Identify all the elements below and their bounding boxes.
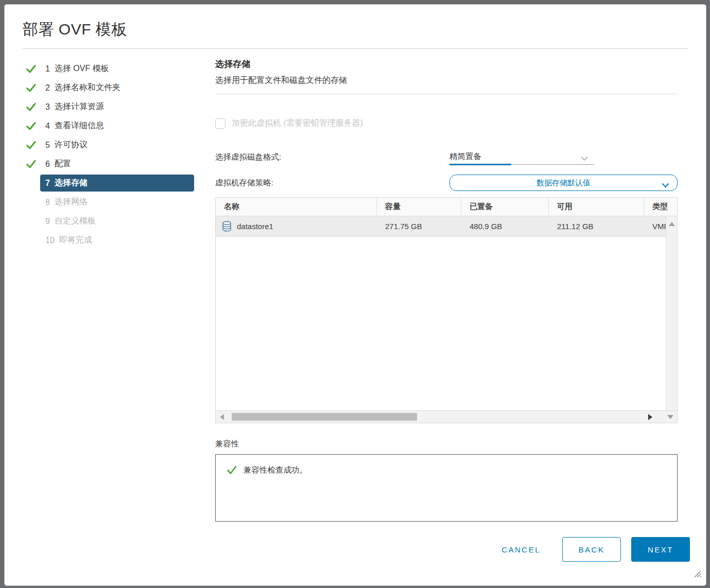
compatibility-box: 兼容性检查成功。 — [215, 454, 678, 522]
step-label: 许可协议 — [55, 140, 88, 150]
step-check-icon — [26, 140, 36, 150]
deploy-ovf-dialog: 部署 OVF 模板 1选择 OVF 模板2选择名称和文件夹3选择计算资源4查看详… — [4, 4, 706, 586]
wizard-step-4[interactable]: 4查看详细信息 — [40, 116, 194, 135]
scroll-left-icon[interactable] — [220, 414, 224, 420]
datastore-name: datastore1 — [237, 222, 273, 231]
column-header[interactable]: 已置备 — [461, 198, 549, 216]
step-label: 配置 — [55, 159, 71, 169]
scroll-right-icon[interactable] — [648, 414, 652, 420]
step-label: 即将完成 — [59, 235, 92, 246]
page-title: 选择存储 — [215, 58, 678, 70]
step-number: 9 — [45, 217, 50, 226]
wizard-step-1[interactable]: 1选择 OVF 模板 — [40, 59, 194, 78]
storage-policy-row: 虚拟机存储策略: 数据存储默认值 — [215, 175, 678, 191]
step-label: 自定义模板 — [55, 216, 96, 227]
wizard-step-2[interactable]: 2选择名称和文件夹 — [40, 78, 194, 97]
next-button[interactable]: NEXT — [631, 537, 690, 562]
step-number: 8 — [45, 198, 50, 207]
disk-format-value: 精简置备 — [449, 151, 481, 162]
dialog-title: 部署 OVF 模板 — [23, 19, 688, 40]
step-number: 1 — [45, 64, 50, 74]
step-number: 4 — [45, 122, 50, 131]
subtitle-divider — [215, 94, 678, 94]
wizard-step-10[interactable]: 10即将完成 — [40, 231, 194, 250]
resize-handle-icon[interactable] — [694, 570, 701, 580]
step-number: 6 — [45, 160, 50, 169]
datastore-icon — [222, 221, 232, 232]
disk-format-focus-bar — [449, 164, 511, 165]
compatibility-label: 兼容性 — [215, 439, 678, 449]
wizard-step-8[interactable]: 8选择网络 — [40, 193, 194, 212]
step-check-icon — [26, 102, 36, 112]
step-label: 选择存储 — [55, 178, 88, 188]
back-button[interactable]: BACK — [562, 537, 621, 562]
success-check-icon — [227, 465, 237, 477]
step-check-icon — [26, 121, 36, 131]
column-header[interactable]: 类型 — [644, 198, 677, 216]
storage-policy-select[interactable]: 数据存储默认值 — [449, 175, 678, 191]
step-check-icon — [26, 83, 36, 93]
disk-format-row: 选择虚拟磁盘格式: 精简置备 — [215, 149, 678, 165]
horizontal-scrollbar[interactable] — [216, 410, 677, 423]
scroll-up-icon[interactable] — [669, 222, 675, 226]
step-check-icon — [26, 64, 36, 74]
dialog-footer: CANCEL BACK NEXT — [497, 537, 690, 562]
datastore-table-header: 名称容量已置备可用类型 — [216, 198, 677, 216]
column-header[interactable]: 可用 — [549, 198, 644, 216]
step-number: 7 — [45, 179, 50, 188]
step-label: 选择名称和文件夹 — [55, 82, 120, 93]
page-subtitle: 选择用于配置文件和磁盘文件的存储 — [215, 75, 678, 86]
wizard-step-6[interactable]: 6配置 — [40, 154, 194, 174]
column-header[interactable]: 容量 — [377, 198, 461, 216]
wizard-step-7[interactable]: 7选择存储 — [40, 175, 194, 192]
datastore-table: 名称容量已置备可用类型 datastore1271.75 GB480.9 GB2… — [215, 197, 678, 423]
chevron-down-icon — [581, 154, 588, 163]
storage-policy-label: 虚拟机存储策略: — [215, 178, 449, 188]
wizard-body: 1选择 OVF 模板2选择名称和文件夹3选择计算资源4查看详细信息5许可协议6配… — [5, 49, 706, 522]
scroll-down-icon[interactable] — [667, 415, 673, 419]
encrypt-vm-row: 加密此虚拟机 (需要密钥管理服务器) — [215, 118, 678, 129]
column-header[interactable]: 名称 — [216, 198, 377, 216]
datastore-row[interactable]: datastore1271.75 GB480.9 GB211.12 GBVMFS — [216, 216, 677, 237]
step-number: 10 — [45, 236, 55, 245]
free-cell: 211.12 GB — [549, 216, 644, 236]
datastore-table-body: datastore1271.75 GB480.9 GB211.12 GBVMFS — [216, 216, 677, 237]
step-check-icon — [26, 159, 36, 169]
step-number: 2 — [45, 83, 50, 93]
chevron-down-icon — [662, 181, 669, 189]
wizard-step-9[interactable]: 9自定义模板 — [40, 212, 194, 231]
cancel-button[interactable]: CANCEL — [497, 537, 545, 562]
compatibility-message: 兼容性检查成功。 — [244, 465, 307, 476]
wizard-step-5[interactable]: 5许可协议 — [40, 135, 194, 154]
encrypt-vm-label: 加密此虚拟机 (需要密钥管理服务器) — [232, 118, 363, 129]
step-label: 选择网络 — [55, 197, 88, 207]
step-number: 5 — [45, 141, 50, 150]
step-label: 选择 OVF 模板 — [55, 63, 109, 74]
encrypt-vm-checkbox[interactable] — [215, 118, 226, 129]
step-label: 选择计算资源 — [55, 101, 104, 112]
storage-policy-value: 数据存储默认值 — [536, 178, 591, 188]
vertical-scrollbar[interactable] — [666, 216, 677, 410]
select-storage-panel: 选择存储 选择用于配置文件和磁盘文件的存储 加密此虚拟机 (需要密钥管理服务器)… — [210, 49, 706, 522]
horizontal-scroll-thumb[interactable] — [232, 413, 417, 421]
disk-format-select[interactable]: 精简置备 — [449, 149, 594, 165]
capacity-cell: 271.75 GB — [377, 216, 461, 236]
step-label: 查看详细信息 — [55, 120, 104, 131]
disk-format-label: 选择虚拟磁盘格式: — [215, 152, 449, 163]
datastore-name-cell: datastore1 — [216, 216, 377, 236]
provisioned-cell: 480.9 GB — [461, 216, 549, 236]
step-number: 3 — [45, 102, 50, 112]
wizard-step-list: 1选择 OVF 模板2选择名称和文件夹3选择计算资源4查看详细信息5许可协议6配… — [5, 49, 210, 250]
wizard-step-3[interactable]: 3选择计算资源 — [40, 97, 194, 116]
